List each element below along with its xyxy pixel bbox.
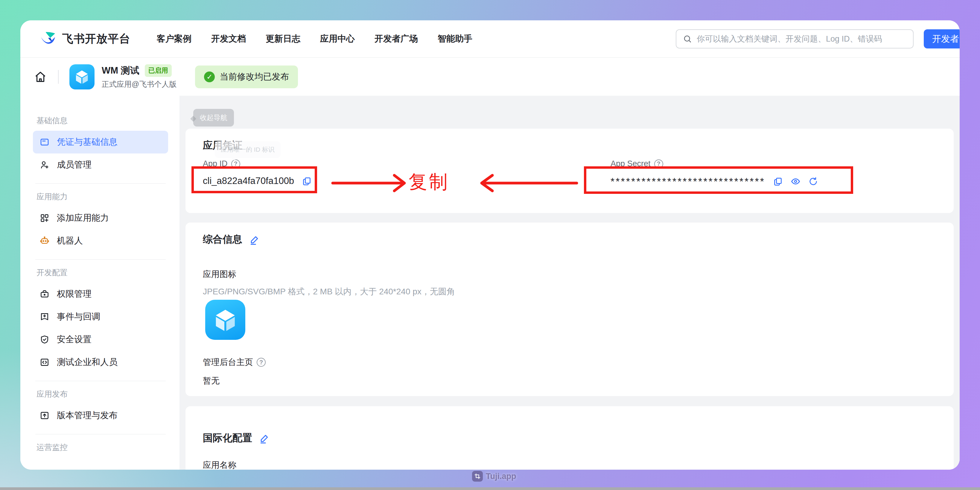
sidebar-divider <box>35 259 166 260</box>
top-nav-menu: 客户案例 开发文档 更新日志 应用中心 开发者广场 智能助手 <box>157 33 473 45</box>
reveal-app-secret-button[interactable] <box>791 177 800 186</box>
help-icon[interactable] <box>654 159 663 169</box>
app-subtitle: 正式应用@飞书个人版 <box>102 79 177 89</box>
copy-icon <box>302 176 312 186</box>
permission-case-icon <box>40 289 50 299</box>
i18n-card-title: 国际化配置 <box>203 431 252 445</box>
edit-general-button[interactable] <box>250 234 260 245</box>
sidebar-divider <box>35 183 166 184</box>
watermark-text: Tuji.app <box>486 472 516 481</box>
screenshot-bottom-strip <box>0 487 980 490</box>
help-icon[interactable] <box>257 358 266 367</box>
app-meta: WM 测试 已启用 正式应用@飞书个人版 <box>102 64 177 89</box>
credentials-card: 应用凭证 App ID cli_a822a4fa70fa100b <box>186 129 954 213</box>
refresh-icon <box>808 177 818 186</box>
publish-status-pill: ✓ 当前修改均已发布 <box>195 65 298 88</box>
i18n-app-name-label: 应用名称 <box>203 460 236 470</box>
sidebar: 基础信息 凭证与基础信息 成员管理 应用能力 <box>20 96 180 470</box>
general-card-title: 综合信息 <box>203 233 242 246</box>
copy-app-id-button[interactable] <box>302 176 312 186</box>
code-box-icon <box>40 357 50 368</box>
i18n-card: 国际化配置 应用名称 <box>186 406 954 470</box>
publish-status-text: 当前修改均已发布 <box>220 71 289 83</box>
app-id-field: App ID cli_a822a4fa70fa100b <box>203 159 312 186</box>
app-avatar <box>69 64 94 89</box>
sidebar-item-label: 权限管理 <box>57 288 92 300</box>
sidebar-section-release: 应用发布 <box>37 389 164 399</box>
sidebar-item-security[interactable]: 安全设置 <box>33 328 168 351</box>
robot-icon <box>40 236 50 246</box>
check-circle-icon: ✓ <box>204 72 215 82</box>
sidebar-item-label: 凭证与基础信息 <box>57 136 118 148</box>
sidebar-item-label: 事件与回调 <box>57 311 100 323</box>
nav-app-center[interactable]: 应用中心 <box>320 33 355 45</box>
crop-icon <box>472 471 483 482</box>
sidebar-item-label: 机器人 <box>57 235 83 247</box>
sidebar-item-permissions[interactable]: 权限管理 <box>33 283 168 305</box>
sidebar-item-members[interactable]: 成员管理 <box>33 153 168 176</box>
sidebar-item-label: 安全设置 <box>57 334 92 345</box>
edit-pencil-icon <box>259 433 270 444</box>
app-name: WM 测试 <box>102 64 139 77</box>
edit-i18n-button[interactable] <box>259 433 270 444</box>
sidebar-item-events[interactable]: 事件与回调 <box>33 305 168 328</box>
app-icon-label: 应用图标 <box>203 269 236 280</box>
nav-dev-plaza[interactable]: 开发者广场 <box>374 33 418 45</box>
copy-icon <box>773 177 783 186</box>
sidebar-item-bot[interactable]: 机器人 <box>33 229 168 252</box>
nav-ai-assistant[interactable]: 智能助手 <box>438 33 473 45</box>
eye-icon <box>791 177 800 186</box>
sidebar-item-test-enterprise[interactable]: 测试企业和人员 <box>33 351 168 374</box>
copy-app-secret-button[interactable] <box>773 177 783 186</box>
feishu-logo-icon <box>40 30 57 48</box>
status-badge: 已启用 <box>145 64 172 77</box>
cube-icon <box>72 67 92 87</box>
brand-logo[interactable]: 飞书开放平台 <box>40 30 130 48</box>
sidebar-item-label: 添加应用能力 <box>57 212 109 224</box>
app-id-label: App ID <box>203 159 228 169</box>
search-icon <box>683 34 692 43</box>
app-secret-value: ****************************** <box>611 176 765 187</box>
nav-changelog[interactable]: 更新日志 <box>266 33 300 45</box>
home-icon[interactable] <box>33 70 47 84</box>
sidebar-item-label: 测试企业和人员 <box>57 356 118 368</box>
app-window: 飞书开放平台 客户案例 开发文档 更新日志 应用中心 开发者广场 智能助手 你可… <box>20 20 960 470</box>
sidebar-section-basic-info: 基础信息 <box>37 116 164 126</box>
search-input[interactable]: 你可以输入文档关键词、开发问题、Log ID、错误码 <box>676 29 913 48</box>
brand-name: 飞书开放平台 <box>62 32 130 46</box>
event-callback-icon <box>40 312 50 322</box>
publish-up-icon <box>40 410 50 421</box>
sidebar-section-monitoring: 运营监控 <box>37 442 164 453</box>
sidebar-divider <box>35 434 166 434</box>
search-placeholder: 你可以输入文档关键词、开发问题、Log ID、错误码 <box>697 33 882 44</box>
collapse-nav-tooltip: 收起导航 <box>193 109 234 127</box>
sidebar-item-label: 成员管理 <box>57 159 92 171</box>
app-icon-image[interactable] <box>205 300 245 340</box>
sidebar-section-capabilities: 应用能力 <box>37 191 164 202</box>
member-add-icon <box>40 160 50 170</box>
general-info-card: 综合信息 应用图标 JPEG/PNG/SVG/BMP 格式，2 MB 以内，大于… <box>186 223 954 396</box>
developer-console-button[interactable]: 开发者 <box>924 29 960 48</box>
app-secret-label: App Secret <box>611 159 651 169</box>
regenerate-app-secret-button[interactable] <box>808 177 818 186</box>
sidebar-item-credentials[interactable]: 凭证与基础信息 <box>33 131 168 153</box>
nav-dev-docs[interactable]: 开发文档 <box>211 33 246 45</box>
cube-icon <box>210 304 241 336</box>
app-id-value: cli_a822a4fa70fa100b <box>203 176 294 186</box>
vertical-divider <box>58 70 59 84</box>
nav-customer-cases[interactable]: 客户案例 <box>157 33 191 45</box>
app-secret-field: App Secret *****************************… <box>611 159 818 187</box>
watermark: Tuji.app <box>472 471 516 482</box>
sidebar-section-dev-config: 开发配置 <box>37 267 164 278</box>
main-panel: 收起导航 应用唯一的 ID 标识 应用凭证 App ID cli_a822a4f… <box>180 96 960 470</box>
sidebar-divider <box>35 381 166 381</box>
grid-plus-icon <box>40 213 50 223</box>
edit-pencil-icon <box>250 234 260 245</box>
sidebar-item-label: 版本管理与发布 <box>57 409 118 422</box>
sidebar-item-version-release[interactable]: 版本管理与发布 <box>33 404 168 427</box>
admin-home-label: 管理后台主页 <box>203 356 253 368</box>
app-header-bar: WM 测试 已启用 正式应用@飞书个人版 ✓ 当前修改均已发布 <box>20 58 960 96</box>
top-navbar: 飞书开放平台 客户案例 开发文档 更新日志 应用中心 开发者广场 智能助手 你可… <box>20 20 960 58</box>
sidebar-item-add-capability[interactable]: 添加应用能力 <box>33 207 168 229</box>
help-icon[interactable] <box>231 159 240 169</box>
